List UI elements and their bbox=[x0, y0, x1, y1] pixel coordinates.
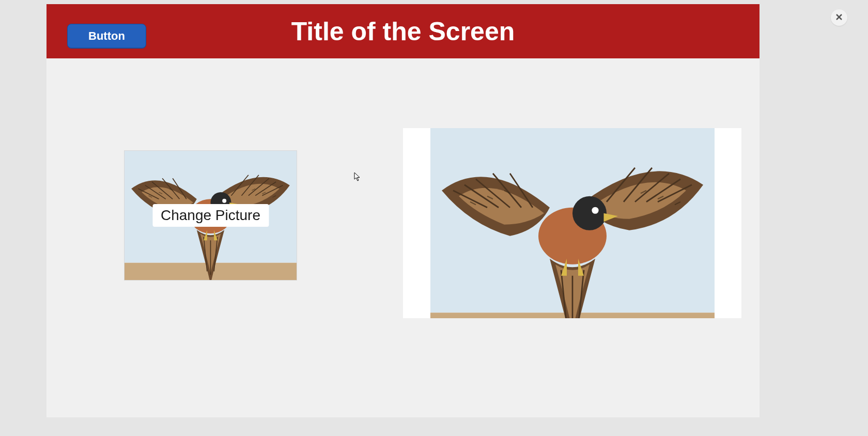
preview-panel bbox=[403, 128, 741, 318]
preview-image bbox=[430, 128, 715, 318]
cursor-icon bbox=[354, 172, 361, 181]
close-button[interactable] bbox=[831, 9, 847, 26]
header-bar: Button Title of the Screen bbox=[47, 4, 760, 58]
header-button[interactable]: Button bbox=[67, 24, 146, 49]
thumbnail-panel[interactable]: Change Picture bbox=[124, 150, 297, 281]
content-area: Change Picture bbox=[47, 58, 760, 417]
app-window: Button Title of the Screen Change Pictur… bbox=[47, 4, 760, 417]
close-icon bbox=[835, 13, 843, 22]
change-picture-button[interactable]: Change Picture bbox=[152, 204, 269, 227]
page-title: Title of the Screen bbox=[47, 17, 760, 46]
